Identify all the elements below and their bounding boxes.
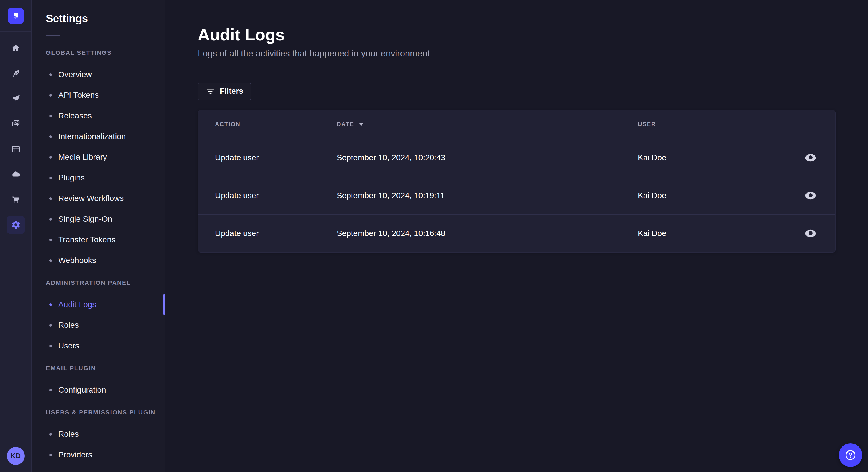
user-avatar[interactable]: KD [7, 447, 25, 465]
subnav-title: Settings [46, 12, 165, 25]
bullet-icon [50, 73, 52, 76]
sidebar-item-email-configuration[interactable]: Configuration [32, 380, 165, 400]
audit-logs-table: ACTION DATE USER Update user September 1… [198, 110, 836, 252]
sidebar-item-label: Roles [58, 430, 79, 439]
sidebar-item-label: Providers [58, 450, 92, 460]
bullet-icon [50, 177, 52, 179]
cart-icon [11, 195, 20, 204]
bullet-icon [50, 197, 52, 200]
sidebar-item-internationalization[interactable]: Internationalization [32, 126, 165, 147]
home-icon [11, 43, 20, 53]
nav-list-email-plugin: Configuration [32, 380, 165, 400]
rail-footer: KD [0, 440, 31, 472]
icon-rail: KD [0, 0, 32, 472]
sidebar-item-label: Audit Logs [58, 300, 96, 309]
section-label-email-plugin: EMAIL PLUGIN [46, 365, 165, 372]
section-label-administration-panel: ADMINISTRATION PANEL [46, 279, 165, 286]
bullet-icon [50, 453, 52, 456]
bullet-icon [50, 259, 52, 262]
sidebar-item-plugins[interactable]: Plugins [32, 167, 165, 188]
section-label-users-permissions-plugin: USERS & PERMISSIONS PLUGIN [46, 409, 165, 416]
bullet-icon [50, 345, 52, 347]
sidebar-item-audit-logs[interactable]: Audit Logs [32, 294, 165, 315]
filters-button[interactable]: Filters [198, 83, 251, 100]
eye-icon [805, 191, 817, 200]
gear-icon [11, 220, 21, 230]
rail-item-content-type-builder[interactable] [7, 141, 25, 157]
sidebar-item-label: Users [58, 341, 79, 350]
bullet-icon [50, 135, 52, 138]
cell-action: Update user [215, 229, 337, 238]
rail-item-marketplace[interactable] [7, 192, 25, 208]
column-header-date[interactable]: DATE [337, 121, 638, 128]
nav-list-users-permissions-plugin: Roles Providers [32, 424, 165, 465]
nav-list-administration-panel: Audit Logs Roles Users [32, 294, 165, 356]
subnav-title-divider [46, 35, 60, 36]
help-button[interactable] [839, 443, 862, 467]
table-row[interactable]: Update user September 10, 2024, 10:16:48… [198, 214, 835, 252]
sidebar-item-overview[interactable]: Overview [32, 64, 165, 85]
sort-desc-icon [358, 122, 364, 127]
view-log-button[interactable] [802, 187, 819, 204]
sidebar-item-single-sign-on[interactable]: Single Sign-On [32, 209, 165, 229]
sidebar-item-up-roles[interactable]: Roles [32, 424, 165, 444]
table-header-row: ACTION DATE USER [198, 110, 835, 139]
bullet-icon [50, 94, 52, 97]
sidebar-item-transfer-tokens[interactable]: Transfer Tokens [32, 229, 165, 250]
rail-item-cloud[interactable] [7, 166, 25, 182]
strapi-logo[interactable] [8, 8, 24, 24]
cell-user: Kai Doe [638, 229, 777, 238]
cell-user: Kai Doe [638, 191, 777, 200]
sidebar-item-label: Configuration [58, 385, 106, 395]
rail-item-content[interactable] [7, 65, 25, 81]
section-label-global-settings: GLOBAL SETTINGS [46, 49, 165, 56]
view-log-button[interactable] [802, 149, 819, 166]
view-log-button[interactable] [802, 225, 819, 242]
cell-date: September 10, 2024, 10:19:11 [337, 191, 638, 200]
sidebar-item-label: Plugins [58, 173, 85, 182]
bullet-icon [50, 115, 52, 117]
bullet-icon [50, 239, 52, 241]
question-circle-icon [844, 449, 857, 461]
bullet-icon [50, 433, 52, 436]
nav-list-global-settings: Overview API Tokens Releases Internation… [32, 64, 165, 271]
main-content: Audit Logs Logs of all the activities th… [165, 0, 868, 472]
sidebar-item-webhooks[interactable]: Webhooks [32, 250, 165, 271]
paper-plane-icon [11, 94, 20, 103]
sidebar-item-label: Overview [58, 70, 92, 79]
bullet-icon [50, 324, 52, 327]
sidebar-item-label: Single Sign-On [58, 214, 112, 224]
rail-item-releases[interactable] [7, 91, 25, 107]
logo-section [0, 0, 31, 32]
column-header-action: ACTION [215, 121, 337, 128]
rail-item-home[interactable] [7, 40, 25, 56]
sidebar-item-media-library[interactable]: Media Library [32, 147, 165, 167]
sidebar-item-label: Transfer Tokens [58, 235, 115, 244]
rail-item-media-library[interactable] [7, 116, 25, 132]
table-row[interactable]: Update user September 10, 2024, 10:20:43… [198, 139, 835, 177]
sidebar-item-review-workflows[interactable]: Review Workflows [32, 188, 165, 209]
cell-action: Update user [215, 153, 337, 162]
layout-icon [11, 144, 20, 154]
strapi-logo-icon [11, 11, 21, 21]
sidebar-item-label: Review Workflows [58, 194, 124, 203]
rail-item-settings[interactable] [7, 216, 25, 234]
filter-icon [206, 88, 215, 95]
sidebar-item-releases[interactable]: Releases [32, 105, 165, 126]
bullet-icon [50, 218, 52, 221]
filters-button-label: Filters [220, 87, 243, 96]
page-title: Audit Logs [198, 25, 868, 44]
images-icon [11, 119, 20, 129]
sidebar-item-up-providers[interactable]: Providers [32, 444, 165, 465]
sidebar-item-admin-roles[interactable]: Roles [32, 315, 165, 336]
sidebar-item-admin-users[interactable]: Users [32, 336, 165, 356]
cell-action: Update user [215, 191, 337, 200]
cloud-icon [11, 170, 20, 179]
cell-date: September 10, 2024, 10:20:43 [337, 153, 638, 162]
sidebar-item-label: Releases [58, 111, 92, 121]
sidebar-item-api-tokens[interactable]: API Tokens [32, 85, 165, 105]
table-row[interactable]: Update user September 10, 2024, 10:19:11… [198, 177, 835, 214]
sidebar-item-label: API Tokens [58, 91, 99, 100]
rail-nav [0, 32, 31, 242]
cell-user: Kai Doe [638, 153, 777, 162]
